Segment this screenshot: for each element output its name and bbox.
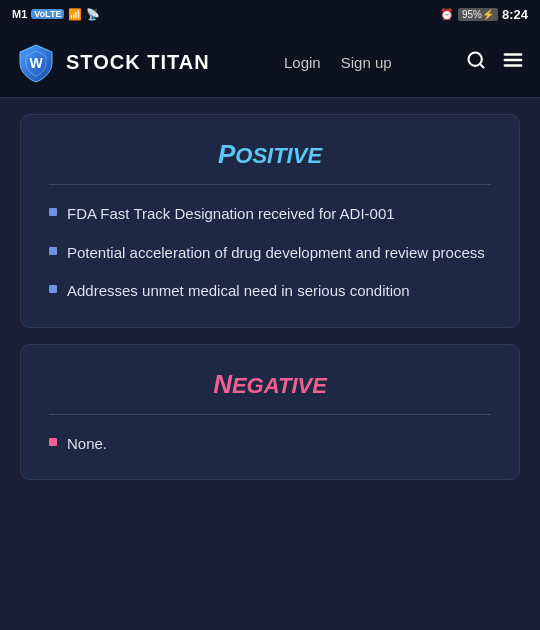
positive-divider <box>49 184 491 185</box>
signup-link[interactable]: Sign up <box>341 54 392 71</box>
alarm-icon: ⏰ <box>440 8 454 21</box>
carrier-label: M1 <box>12 8 27 20</box>
battery-icon: 95%⚡ <box>458 8 498 21</box>
negative-divider <box>49 414 491 415</box>
bullet-text: FDA Fast Track Designation received for … <box>67 203 395 226</box>
svg-text:W: W <box>29 55 43 71</box>
logo-area: W STOCK TITAN <box>16 43 210 83</box>
wifi-icon: 📡 <box>86 8 100 21</box>
bullet-icon <box>49 208 57 216</box>
login-link[interactable]: Login <box>284 54 321 71</box>
negative-card: NEGATIVE None. <box>20 344 520 481</box>
status-right: ⏰ 95%⚡ 8:24 <box>440 7 528 22</box>
negative-title: NEGATIVE <box>49 369 491 400</box>
bullet-icon <box>49 285 57 293</box>
bullet-text: Potential acceleration of drug developme… <box>67 242 485 265</box>
bullet-text: None. <box>67 433 107 456</box>
signal-bars: 📶 <box>68 8 82 21</box>
positive-title: POSITIVE <box>49 139 491 170</box>
list-item: Potential acceleration of drug developme… <box>49 242 491 265</box>
search-button[interactable] <box>466 50 486 75</box>
negative-bullets: None. <box>49 433 491 456</box>
list-item: Addresses unmet medical need in serious … <box>49 280 491 303</box>
bullet-icon <box>49 438 57 446</box>
bullet-text: Addresses unmet medical need in serious … <box>67 280 410 303</box>
status-bar: M1 VoLTE 📶 📡 ⏰ 95%⚡ 8:24 <box>0 0 540 28</box>
header: W STOCK TITAN Login Sign up <box>0 28 540 98</box>
volte-badge: VoLTE <box>31 9 64 19</box>
time-display: 8:24 <box>502 7 528 22</box>
positive-bullets: FDA Fast Track Designation received for … <box>49 203 491 303</box>
list-item: None. <box>49 433 491 456</box>
logo-icon: W <box>16 43 56 83</box>
menu-button[interactable] <box>502 49 524 76</box>
main-content: POSITIVE FDA Fast Track Designation rece… <box>0 98 540 496</box>
list-item: FDA Fast Track Designation received for … <box>49 203 491 226</box>
svg-line-2 <box>480 64 484 68</box>
nav-icons <box>466 49 524 76</box>
logo-text: STOCK TITAN <box>66 51 210 74</box>
nav-links: Login Sign up <box>284 54 392 71</box>
bullet-icon <box>49 247 57 255</box>
positive-card: POSITIVE FDA Fast Track Designation rece… <box>20 114 520 328</box>
status-left: M1 VoLTE 📶 📡 <box>12 8 100 21</box>
